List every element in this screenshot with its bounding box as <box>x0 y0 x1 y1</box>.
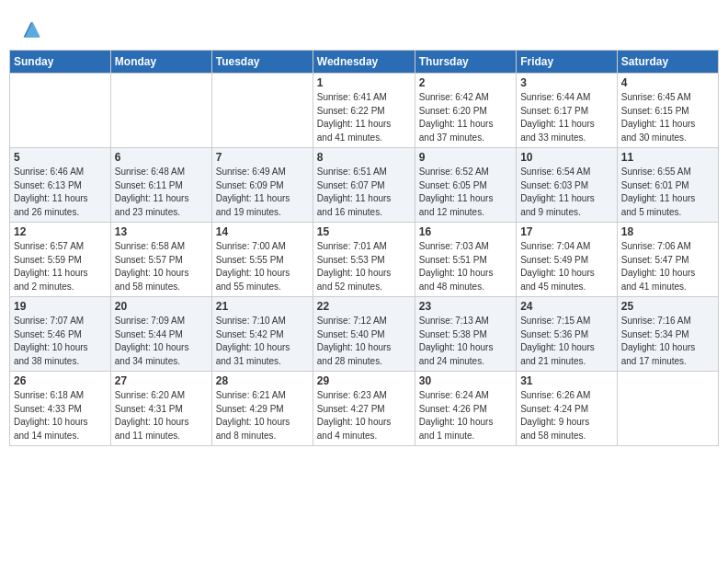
calendar-cell: 16Sunrise: 7:03 AM Sunset: 5:51 PM Dayli… <box>415 223 516 297</box>
weekday-header-saturday: Saturday <box>617 51 718 74</box>
calendar-cell: 20Sunrise: 7:09 AM Sunset: 5:44 PM Dayli… <box>110 297 211 372</box>
calendar-cell: 4Sunrise: 6:45 AM Sunset: 6:15 PM Daylig… <box>617 74 718 148</box>
day-number: 23 <box>419 300 512 313</box>
day-number: 13 <box>115 225 208 238</box>
day-number: 6 <box>115 151 208 164</box>
day-number: 27 <box>115 374 208 387</box>
weekday-header-wednesday: Wednesday <box>313 51 415 74</box>
day-info: Sunrise: 6:46 AM Sunset: 6:13 PM Dayligh… <box>14 166 107 219</box>
logo-icon <box>18 17 44 42</box>
day-info: Sunrise: 6:55 AM Sunset: 6:01 PM Dayligh… <box>621 166 714 219</box>
calendar-cell: 25Sunrise: 7:16 AM Sunset: 5:34 PM Dayli… <box>617 297 718 372</box>
day-info: Sunrise: 6:51 AM Sunset: 6:07 PM Dayligh… <box>317 166 411 219</box>
calendar-cell: 6Sunrise: 6:48 AM Sunset: 6:11 PM Daylig… <box>110 148 211 223</box>
calendar-cell: 14Sunrise: 7:00 AM Sunset: 5:55 PM Dayli… <box>211 223 313 297</box>
day-info: Sunrise: 6:42 AM Sunset: 6:20 PM Dayligh… <box>419 91 512 144</box>
calendar-cell: 24Sunrise: 7:15 AM Sunset: 5:36 PM Dayli… <box>517 297 618 372</box>
day-number: 31 <box>520 374 613 387</box>
weekday-header-sunday: Sunday <box>10 51 111 74</box>
calendar-cell: 10Sunrise: 6:54 AM Sunset: 6:03 PM Dayli… <box>517 148 618 223</box>
day-info: Sunrise: 7:12 AM Sunset: 5:40 PM Dayligh… <box>317 315 411 368</box>
day-info: Sunrise: 6:41 AM Sunset: 6:22 PM Dayligh… <box>317 91 411 144</box>
page-header <box>9 9 719 46</box>
day-number: 8 <box>317 151 411 164</box>
day-number: 28 <box>216 374 309 387</box>
calendar-cell <box>211 74 313 148</box>
logo <box>18 17 48 42</box>
day-number: 30 <box>419 374 512 387</box>
day-number: 9 <box>419 151 512 164</box>
calendar-cell: 18Sunrise: 7:06 AM Sunset: 5:47 PM Dayli… <box>617 223 718 297</box>
day-number: 20 <box>115 300 208 313</box>
calendar-cell: 3Sunrise: 6:44 AM Sunset: 6:17 PM Daylig… <box>517 74 618 148</box>
calendar-cell: 7Sunrise: 6:49 AM Sunset: 6:09 PM Daylig… <box>211 148 313 223</box>
calendar-week-row: 19Sunrise: 7:07 AM Sunset: 5:46 PM Dayli… <box>10 297 719 372</box>
day-info: Sunrise: 6:44 AM Sunset: 6:17 PM Dayligh… <box>520 91 613 144</box>
calendar-cell: 9Sunrise: 6:52 AM Sunset: 6:05 PM Daylig… <box>415 148 516 223</box>
day-number: 26 <box>14 374 107 387</box>
weekday-header-monday: Monday <box>110 51 211 74</box>
day-number: 19 <box>14 300 107 313</box>
calendar-cell: 1Sunrise: 6:41 AM Sunset: 6:22 PM Daylig… <box>313 74 415 148</box>
day-info: Sunrise: 6:54 AM Sunset: 6:03 PM Dayligh… <box>520 166 613 219</box>
weekday-header-tuesday: Tuesday <box>211 51 313 74</box>
weekday-header-friday: Friday <box>517 51 618 74</box>
calendar-cell: 15Sunrise: 7:01 AM Sunset: 5:53 PM Dayli… <box>313 223 415 297</box>
day-number: 14 <box>216 225 309 238</box>
day-info: Sunrise: 6:18 AM Sunset: 4:33 PM Dayligh… <box>14 389 107 442</box>
day-number: 18 <box>621 225 714 238</box>
svg-marker-1 <box>25 22 40 38</box>
day-info: Sunrise: 7:10 AM Sunset: 5:42 PM Dayligh… <box>216 315 309 368</box>
day-info: Sunrise: 6:58 AM Sunset: 5:57 PM Dayligh… <box>115 240 208 293</box>
calendar-cell: 2Sunrise: 6:42 AM Sunset: 6:20 PM Daylig… <box>415 74 516 148</box>
day-number: 10 <box>520 151 613 164</box>
day-info: Sunrise: 6:48 AM Sunset: 6:11 PM Dayligh… <box>115 166 208 219</box>
day-info: Sunrise: 6:24 AM Sunset: 4:26 PM Dayligh… <box>419 389 512 442</box>
calendar-cell: 19Sunrise: 7:07 AM Sunset: 5:46 PM Dayli… <box>10 297 111 372</box>
calendar-cell: 31Sunrise: 6:26 AM Sunset: 4:24 PM Dayli… <box>517 372 618 446</box>
calendar-cell: 21Sunrise: 7:10 AM Sunset: 5:42 PM Dayli… <box>211 297 313 372</box>
calendar-cell: 27Sunrise: 6:20 AM Sunset: 4:31 PM Dayli… <box>110 372 211 446</box>
calendar-table: SundayMondayTuesdayWednesdayThursdayFrid… <box>9 50 719 446</box>
day-info: Sunrise: 7:03 AM Sunset: 5:51 PM Dayligh… <box>419 240 512 293</box>
day-number: 7 <box>216 151 309 164</box>
day-number: 24 <box>520 300 613 313</box>
weekday-header-thursday: Thursday <box>415 51 516 74</box>
day-info: Sunrise: 7:13 AM Sunset: 5:38 PM Dayligh… <box>419 315 512 368</box>
calendar-cell: 30Sunrise: 6:24 AM Sunset: 4:26 PM Dayli… <box>415 372 516 446</box>
calendar-week-row: 26Sunrise: 6:18 AM Sunset: 4:33 PM Dayli… <box>10 372 719 446</box>
calendar-cell: 17Sunrise: 7:04 AM Sunset: 5:49 PM Dayli… <box>517 223 618 297</box>
calendar-cell: 29Sunrise: 6:23 AM Sunset: 4:27 PM Dayli… <box>313 372 415 446</box>
calendar-cell: 11Sunrise: 6:55 AM Sunset: 6:01 PM Dayli… <box>617 148 718 223</box>
day-number: 25 <box>621 300 714 313</box>
day-info: Sunrise: 6:23 AM Sunset: 4:27 PM Dayligh… <box>317 389 411 442</box>
day-number: 22 <box>317 300 411 313</box>
day-info: Sunrise: 7:09 AM Sunset: 5:44 PM Dayligh… <box>115 315 208 368</box>
day-number: 21 <box>216 300 309 313</box>
calendar-cell: 26Sunrise: 6:18 AM Sunset: 4:33 PM Dayli… <box>10 372 111 446</box>
day-info: Sunrise: 6:49 AM Sunset: 6:09 PM Dayligh… <box>216 166 309 219</box>
weekday-header-row: SundayMondayTuesdayWednesdayThursdayFrid… <box>10 51 719 74</box>
day-number: 16 <box>419 225 512 238</box>
calendar-cell: 28Sunrise: 6:21 AM Sunset: 4:29 PM Dayli… <box>211 372 313 446</box>
day-info: Sunrise: 7:04 AM Sunset: 5:49 PM Dayligh… <box>520 240 613 293</box>
calendar-week-row: 1Sunrise: 6:41 AM Sunset: 6:22 PM Daylig… <box>10 74 719 148</box>
day-info: Sunrise: 6:20 AM Sunset: 4:31 PM Dayligh… <box>115 389 208 442</box>
calendar-cell: 13Sunrise: 6:58 AM Sunset: 5:57 PM Dayli… <box>110 223 211 297</box>
day-number: 2 <box>419 76 512 89</box>
day-number: 15 <box>317 225 411 238</box>
day-number: 5 <box>14 151 107 164</box>
calendar-cell: 12Sunrise: 6:57 AM Sunset: 5:59 PM Dayli… <box>10 223 111 297</box>
calendar-cell <box>110 74 211 148</box>
day-info: Sunrise: 7:06 AM Sunset: 5:47 PM Dayligh… <box>621 240 714 293</box>
day-number: 11 <box>621 151 714 164</box>
day-number: 3 <box>520 76 613 89</box>
day-number: 4 <box>621 76 714 89</box>
calendar-cell: 23Sunrise: 7:13 AM Sunset: 5:38 PM Dayli… <box>415 297 516 372</box>
day-info: Sunrise: 6:26 AM Sunset: 4:24 PM Dayligh… <box>520 389 613 442</box>
day-number: 29 <box>317 374 411 387</box>
calendar-cell: 8Sunrise: 6:51 AM Sunset: 6:07 PM Daylig… <box>313 148 415 223</box>
day-info: Sunrise: 7:00 AM Sunset: 5:55 PM Dayligh… <box>216 240 309 293</box>
day-info: Sunrise: 6:21 AM Sunset: 4:29 PM Dayligh… <box>216 389 309 442</box>
calendar-cell: 22Sunrise: 7:12 AM Sunset: 5:40 PM Dayli… <box>313 297 415 372</box>
